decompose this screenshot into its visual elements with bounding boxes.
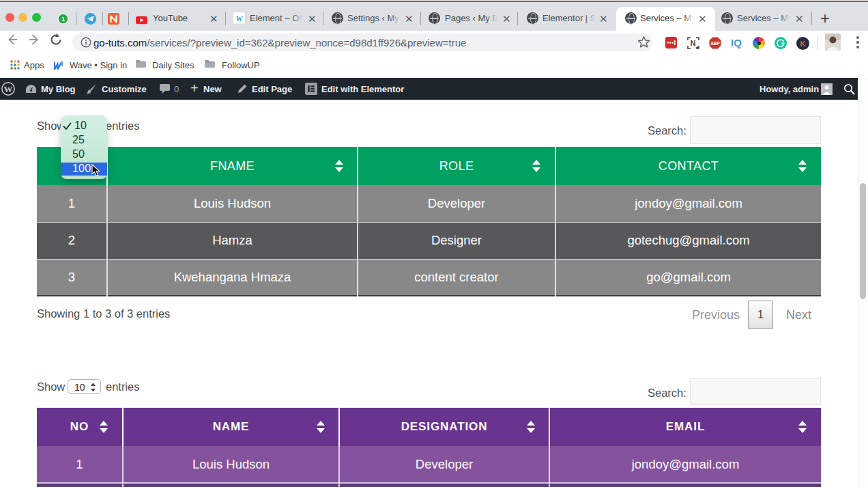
svg-text:W: W (4, 84, 13, 94)
svg-text:IQ: IQ (731, 37, 742, 48)
svg-text:ABP: ABP (710, 41, 720, 46)
svg-text:W: W (235, 14, 243, 23)
svg-text:+: + (696, 44, 699, 50)
svg-text:K: K (800, 40, 806, 48)
svg-text:N: N (691, 39, 696, 47)
svg-text:1: 1 (61, 15, 66, 23)
